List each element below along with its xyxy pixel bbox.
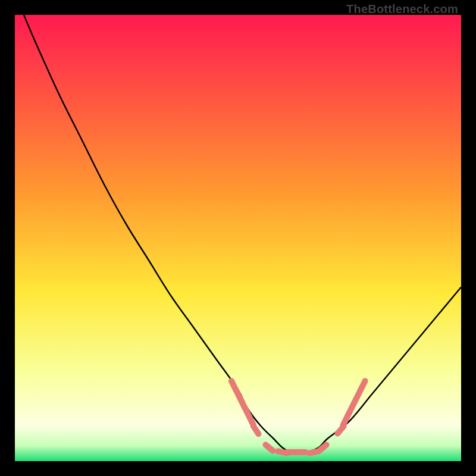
curve-marker <box>265 444 273 450</box>
marker-group <box>231 381 365 453</box>
curve-layer <box>15 15 461 461</box>
chart-frame: TheBottleneck.com <box>0 0 476 476</box>
watermark-text: TheBottleneck.com <box>346 2 458 16</box>
plot-area <box>15 15 461 461</box>
bottleneck-curve <box>24 15 461 453</box>
curve-marker <box>253 426 259 434</box>
curve-marker <box>361 381 365 389</box>
